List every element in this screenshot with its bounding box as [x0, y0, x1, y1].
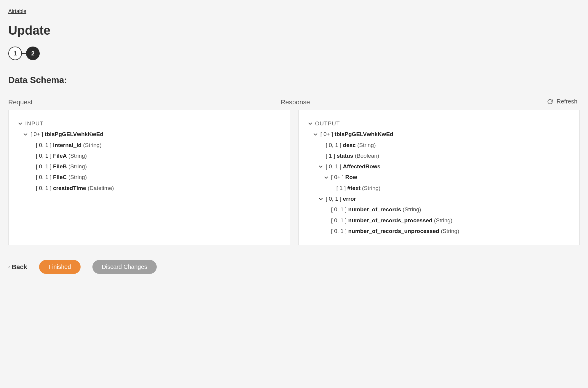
cardinality: [ 0, 1 ] — [326, 163, 342, 170]
field-name: FileB — [53, 163, 67, 170]
step-2[interactable]: 2 — [26, 47, 40, 60]
cardinality: [ 0, 1 ] — [331, 217, 348, 223]
refresh-icon — [547, 99, 553, 105]
request-label: Request — [8, 98, 272, 106]
response-label: Response — [281, 98, 544, 106]
tree-root-output[interactable]: OUTPUT — [308, 118, 570, 129]
field-type: (String) — [67, 153, 87, 159]
cardinality: [ 0, 1 ] — [36, 163, 53, 170]
field-name: FileC — [53, 174, 67, 180]
tree-root-label: INPUT — [25, 119, 44, 128]
chevron-down-icon — [308, 122, 312, 126]
field-type: (String) — [439, 228, 459, 234]
field-name: #text — [347, 185, 360, 191]
tree-leaf[interactable]: [ 0, 1 ] Internal_Id (String) — [18, 140, 280, 151]
tree-node-error[interactable]: [ 0, 1 ] error — [308, 194, 570, 204]
cardinality: [ 0, 1 ] — [36, 185, 53, 191]
field-name: tblsPgGELVwhkKwEd — [335, 131, 393, 137]
field-name: FileA — [53, 153, 67, 159]
tree-leaf[interactable]: [ 1 ] #text (String) — [308, 183, 570, 194]
response-panel: OUTPUT [ 0+ ] tblsPgGELVwhkKwEd [ 0, 1 ]… — [298, 110, 580, 245]
tree-leaf[interactable]: [ 0, 1 ] createdTime (Datetime) — [18, 183, 280, 194]
tree-root-input[interactable]: INPUT — [18, 118, 280, 129]
cardinality: [ 0, 1 ] — [36, 153, 53, 159]
field-name: status — [337, 153, 353, 159]
cardinality: [ 0+ ] — [321, 131, 333, 137]
cardinality: [ 0, 1 ] — [36, 142, 53, 148]
field-type: (String) — [401, 206, 421, 213]
cardinality: [ 1 ] — [326, 153, 337, 159]
tree-node-row[interactable]: [ 0+ ] Row — [308, 172, 570, 183]
chevron-left-icon: ‹ — [8, 264, 10, 270]
back-button[interactable]: ‹ Back — [8, 263, 27, 271]
field-name: number_of_records — [348, 206, 401, 213]
field-name: desc — [343, 142, 356, 148]
page-title: Update — [8, 23, 580, 38]
cardinality: [ 0, 1 ] — [326, 142, 343, 148]
field-type: (String) — [81, 142, 102, 148]
chevron-down-icon — [319, 165, 323, 169]
field-name: number_of_records_processed — [348, 217, 432, 223]
field-name: Row — [345, 174, 357, 180]
breadcrumb-link[interactable]: Airtable — [8, 8, 26, 15]
field-name: error — [343, 196, 356, 202]
chevron-down-icon — [319, 197, 323, 201]
chevron-down-icon — [313, 132, 318, 136]
tree-node-table[interactable]: [ 0+ ] tblsPgGELVwhkKwEd — [18, 129, 280, 140]
field-type: (String) — [432, 217, 453, 223]
chevron-down-icon — [324, 175, 328, 180]
field-type: (Datetime) — [86, 185, 114, 191]
tree-leaf[interactable]: [ 0, 1 ] desc (String) — [308, 140, 570, 151]
tree-leaf[interactable]: [ 0, 1 ] FileA (String) — [18, 151, 280, 161]
refresh-button[interactable]: Refresh — [545, 97, 580, 106]
field-name: tblsPgGELVwhkKwEd — [45, 131, 103, 137]
field-type: (String) — [67, 163, 87, 170]
tree-leaf[interactable]: [ 1 ] status (Boolean) — [308, 151, 570, 161]
cardinality: [ 0, 1 ] — [36, 174, 53, 180]
request-panel: INPUT [ 0+ ] tblsPgGELVwhkKwEd [ 0, 1 ] … — [8, 110, 290, 245]
cardinality: [ 0, 1 ] — [331, 228, 348, 234]
tree-leaf[interactable]: [ 0, 1 ] FileB (String) — [18, 161, 280, 172]
tree-leaf[interactable]: [ 0, 1 ] FileC (String) — [18, 172, 280, 183]
field-type: (String) — [67, 174, 87, 180]
tree-leaf[interactable]: [ 0, 1 ] number_of_records (String) — [308, 204, 570, 215]
chevron-down-icon — [18, 122, 22, 126]
tree-leaf[interactable]: [ 0, 1 ] number_of_records_processed (St… — [308, 215, 570, 226]
field-name: createdTime — [53, 185, 86, 191]
cardinality: [ 0, 1 ] — [331, 206, 348, 213]
back-label: Back — [12, 263, 27, 271]
refresh-label: Refresh — [557, 98, 577, 105]
tree-node-table[interactable]: [ 0+ ] tblsPgGELVwhkKwEd — [308, 129, 570, 140]
tree-leaf[interactable]: [ 0, 1 ] number_of_records_unprocessed (… — [308, 226, 570, 237]
chevron-down-icon — [23, 132, 28, 136]
finished-button[interactable]: Finished — [39, 260, 81, 274]
field-type: (Boolean) — [353, 153, 379, 159]
wizard-stepper: 1 2 — [8, 47, 580, 60]
cardinality: [ 0, 1 ] — [326, 196, 342, 202]
cardinality: [ 0+ ] — [331, 174, 344, 180]
field-type: (String) — [356, 142, 376, 148]
step-1[interactable]: 1 — [8, 47, 22, 60]
discard-changes-button[interactable]: Discard Changes — [92, 260, 157, 274]
cardinality: [ 1 ] — [337, 185, 347, 191]
field-name: AffectedRows — [343, 163, 381, 170]
section-heading: Data Schema: — [8, 75, 580, 85]
tree-root-label: OUTPUT — [315, 119, 340, 128]
field-name: number_of_records_unprocessed — [348, 228, 439, 234]
step-connector — [22, 53, 26, 54]
field-type: (String) — [361, 185, 381, 191]
cardinality: [ 0+ ] — [31, 131, 43, 137]
field-name: Internal_Id — [53, 142, 81, 148]
tree-node-affected-rows[interactable]: [ 0, 1 ] AffectedRows — [308, 161, 570, 172]
